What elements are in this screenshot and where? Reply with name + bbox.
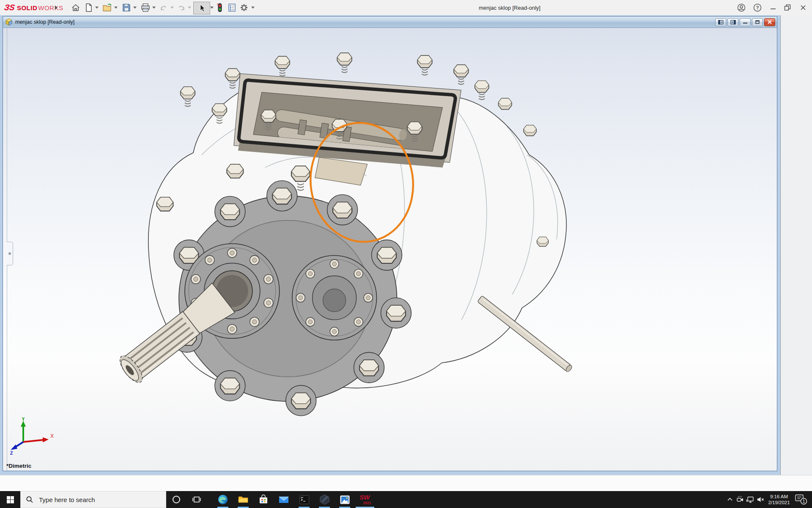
tray-date: 2/19/2021 xyxy=(765,500,793,505)
reference-triad: Y X Z xyxy=(7,417,55,456)
photos-icon xyxy=(340,495,350,505)
view-orientation-label: *Dimetric xyxy=(6,463,31,469)
toggle-pane-left-button[interactable] xyxy=(715,18,726,26)
status-bar xyxy=(0,475,812,491)
settings-dropdown[interactable] xyxy=(251,7,255,9)
volume-muted-icon[interactable] xyxy=(755,491,765,508)
search-icon xyxy=(26,496,33,503)
account-icon[interactable] xyxy=(736,2,747,13)
terminal-icon xyxy=(299,495,310,505)
document-minimize-button[interactable] xyxy=(740,18,751,26)
open-icon[interactable] xyxy=(102,2,113,13)
svg-text:Z: Z xyxy=(10,450,13,456)
taskbar-app-mail[interactable] xyxy=(274,491,294,508)
svg-text:X: X xyxy=(50,433,54,439)
settings-gear-icon[interactable] xyxy=(239,2,250,13)
app-title: menjac sklop [Read-only] xyxy=(479,5,540,11)
undo-dropdown[interactable] xyxy=(170,7,174,9)
task-view-icon xyxy=(192,495,201,504)
document-restore-button[interactable] xyxy=(752,18,763,26)
app-titlebar: ЗS SOLIDWORKS menjac sklop [Read-o xyxy=(0,0,812,16)
action-center-icon: 1 xyxy=(795,494,807,505)
undo-icon[interactable] xyxy=(159,2,170,13)
open-dropdown[interactable] xyxy=(114,7,118,9)
taskbar-app-photos[interactable] xyxy=(335,491,355,508)
system-tray: 9:16 AM 2/19/2021 1 xyxy=(725,491,812,508)
document-window: menjac sklop [Read-only] xyxy=(3,16,777,471)
output-flange xyxy=(292,255,377,340)
taskbar-app-solidworks[interactable]: SW 2021 xyxy=(355,491,375,508)
select-dropdown[interactable] xyxy=(210,7,214,9)
action-center-button[interactable]: 1 xyxy=(793,491,809,508)
task-view-button[interactable] xyxy=(187,491,207,508)
help-icon[interactable]: ? xyxy=(752,2,763,13)
document-titlebar[interactable]: menjac sklop [Read-only] xyxy=(3,17,777,28)
search-input[interactable]: Type here to search xyxy=(20,491,166,508)
ds-logo-icon: ЗS xyxy=(3,3,15,12)
redo-dropdown[interactable] xyxy=(188,7,191,9)
document-title: menjac sklop [Read-only] xyxy=(15,19,74,25)
svg-text:Y: Y xyxy=(22,417,25,422)
taskbar-app-store[interactable] xyxy=(253,491,274,508)
close-window-icon[interactable] xyxy=(798,2,809,13)
home-icon[interactable] xyxy=(70,2,81,13)
save-icon[interactable] xyxy=(121,2,132,13)
gearbox-3d-model[interactable] xyxy=(3,28,777,471)
new-document-icon[interactable] xyxy=(83,2,94,13)
solidworks-2021-icon: SW 2021 xyxy=(358,493,372,506)
notification-badge: 1 xyxy=(803,499,805,504)
windows-taskbar: Type here to search xyxy=(0,491,812,508)
print-dropdown[interactable] xyxy=(152,7,156,9)
taskbar-app-hexagon[interactable] xyxy=(314,491,335,508)
redo-icon[interactable] xyxy=(176,2,187,13)
featuremanager-splitter-handle[interactable] xyxy=(7,242,13,265)
windows-logo-icon xyxy=(7,496,14,503)
mail-icon xyxy=(278,494,289,505)
hexagon-app-icon xyxy=(319,494,330,505)
cortana-button[interactable] xyxy=(166,491,187,508)
select-arrow-button[interactable] xyxy=(193,2,210,14)
toggle-pane-right-button[interactable] xyxy=(727,18,738,26)
file-explorer-icon xyxy=(238,494,249,505)
taskbar-app-terminal[interactable] xyxy=(294,491,314,508)
taskbar-clock[interactable]: 9:16 AM 2/19/2021 xyxy=(765,494,793,505)
svg-text:SW: SW xyxy=(359,494,370,501)
search-placeholder: Type here to search xyxy=(39,496,95,503)
save-dropdown[interactable] xyxy=(133,7,137,9)
cortana-icon xyxy=(172,495,181,504)
svg-text:2021: 2021 xyxy=(363,501,371,505)
new-document-dropdown[interactable] xyxy=(95,7,99,9)
print-icon[interactable] xyxy=(140,2,151,13)
performance-stoplight-icon[interactable] xyxy=(214,2,225,13)
graphics-viewport[interactable]: Y X Z *Dimetric xyxy=(3,28,777,471)
taskbar-app-edge[interactable] xyxy=(213,491,233,508)
minimize-window-icon[interactable] xyxy=(768,2,779,13)
options-list-icon[interactable] xyxy=(226,2,237,13)
restore-window-icon[interactable] xyxy=(782,2,793,13)
start-button[interactable] xyxy=(0,491,20,508)
tray-chevron-up-icon[interactable] xyxy=(725,491,735,508)
expand-menu-icon[interactable] xyxy=(51,2,62,13)
assembly-icon xyxy=(5,18,13,26)
meet-now-icon[interactable] xyxy=(735,491,745,508)
document-close-button[interactable] xyxy=(764,18,775,26)
network-icon[interactable] xyxy=(745,491,755,508)
store-icon xyxy=(258,494,269,505)
mdi-area: menjac sklop [Read-only] xyxy=(0,15,780,475)
taskbar-app-file-explorer[interactable] xyxy=(233,491,253,508)
edge-icon xyxy=(217,494,228,505)
svg-text:?: ? xyxy=(756,5,759,10)
tray-time: 9:16 AM xyxy=(765,494,793,500)
task-pane-collapsed[interactable] xyxy=(780,15,812,475)
